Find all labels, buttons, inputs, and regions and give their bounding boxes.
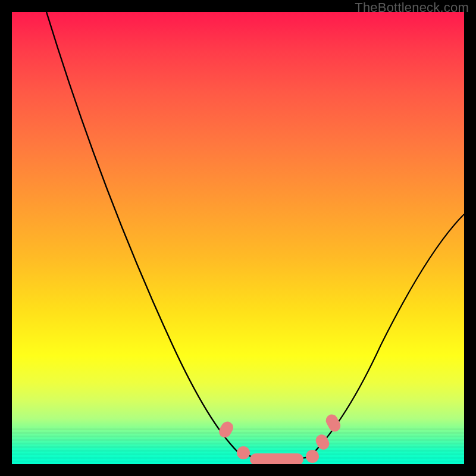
svg-rect-0 [217, 419, 235, 440]
svg-rect-3 [306, 450, 319, 463]
svg-rect-5 [324, 412, 343, 434]
svg-rect-2 [250, 453, 303, 464]
watermark-text: TheBottleneck.com [355, 0, 469, 15]
chart-frame: TheBottleneck.com [0, 0, 476, 476]
curve-layer [12, 12, 464, 464]
svg-rect-1 [237, 446, 250, 459]
plot-area [12, 12, 464, 464]
range-markers [217, 412, 343, 464]
bottleneck-curve-left [46, 12, 238, 452]
